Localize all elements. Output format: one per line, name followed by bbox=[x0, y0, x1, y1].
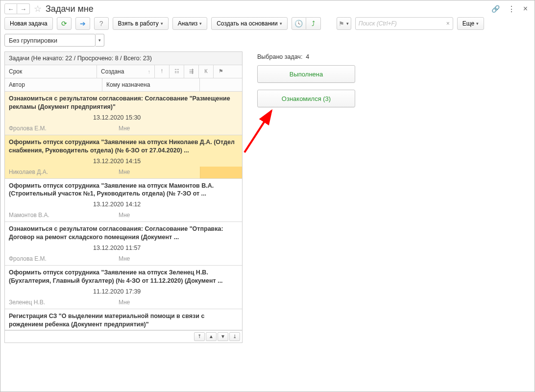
flag-icon: ⚑ bbox=[339, 20, 344, 27]
task-row[interactable]: Оформить отпуск сотрудника "Заявление на… bbox=[5, 135, 242, 179]
selection-info: Выбрано задач: 4 bbox=[257, 51, 365, 65]
col-k[interactable]: К bbox=[199, 65, 214, 78]
task-row[interactable]: Ознакомиться с результатом согласования:… bbox=[5, 92, 242, 135]
col-srok[interactable]: Срок bbox=[5, 65, 97, 78]
search-input-wrap[interactable]: × bbox=[355, 17, 453, 30]
task-marker bbox=[196, 125, 238, 132]
chevron-down-icon: ▾ bbox=[280, 21, 282, 26]
task-meta: Мамонтов В.А.Мне bbox=[5, 210, 242, 221]
task-author: Николаев Д.А. bbox=[9, 169, 119, 175]
col-author[interactable]: Автор bbox=[5, 78, 102, 91]
task-author: Фролова Е.М. bbox=[9, 255, 119, 262]
nav-first-button[interactable]: ⤒ bbox=[194, 332, 205, 341]
favorite-icon[interactable]: ☆ bbox=[34, 3, 42, 14]
nav-back-button[interactable]: ← bbox=[4, 3, 17, 14]
col-empty bbox=[200, 78, 242, 91]
task-title: Ознакомиться с результатом согласования:… bbox=[5, 222, 242, 243]
more-menu-icon[interactable]: ⋮ bbox=[508, 4, 515, 14]
task-row[interactable]: Ознакомиться с результатом согласования:… bbox=[5, 222, 242, 266]
col-assigned[interactable]: Кому назначена bbox=[102, 78, 200, 91]
chevron-down-icon: ▾ bbox=[199, 21, 202, 26]
task-meta: Фролова Е.М.Мне bbox=[5, 123, 242, 135]
create-based-button[interactable]: Создать на основании ▾ bbox=[211, 17, 288, 30]
analysis-button[interactable]: Анализ ▾ bbox=[172, 17, 208, 30]
task-date: 13.12.2020 14:12 bbox=[5, 199, 242, 210]
task-meta: Фролова Е.М.Мне bbox=[5, 253, 242, 265]
help-icon: ? bbox=[99, 20, 103, 27]
task-assigned-to: Мне bbox=[119, 169, 200, 175]
link-icon[interactable]: 🔗 bbox=[491, 5, 500, 13]
task-author: Зеленец Н.В. bbox=[9, 299, 119, 306]
nav-forward-button[interactable]: → bbox=[17, 3, 30, 14]
take-work-button[interactable]: Взять в работу ▾ bbox=[113, 17, 169, 30]
task-assigned-to: Мне bbox=[119, 212, 196, 219]
col-flag[interactable]: ⚑ bbox=[214, 65, 228, 78]
nav-down-button[interactable]: ▼ bbox=[218, 332, 228, 341]
task-date: 13.12.2020 14:15 bbox=[5, 156, 242, 167]
grouping-select[interactable]: Без группировки bbox=[4, 34, 96, 47]
forward-button[interactable]: ➔ bbox=[75, 17, 90, 30]
task-assigned-to: Мне bbox=[119, 125, 196, 132]
chevron-down-icon: ▾ bbox=[161, 21, 163, 26]
task-list: Задачи (Не начато: 22 / Просрочено: 8 / … bbox=[4, 51, 243, 343]
chevron-down-icon: ▾ bbox=[346, 21, 349, 26]
task-row[interactable]: Оформить отпуск сотрудника "Заявление на… bbox=[5, 179, 242, 222]
nav-up-button[interactable]: ▲ bbox=[206, 332, 217, 341]
list-nav-footer: ⤒ ▲ ▼ ⤓ bbox=[5, 330, 242, 343]
flag-filter-button[interactable]: ⚑ ▾ bbox=[337, 17, 351, 30]
close-icon[interactable]: × bbox=[523, 4, 528, 13]
task-assigned-to: Мне bbox=[119, 299, 196, 306]
task-assigned-to: Мне bbox=[119, 255, 196, 262]
task-author: Фролова Е.М. bbox=[9, 125, 119, 132]
export-button[interactable]: ⤴ bbox=[306, 17, 321, 30]
help-button[interactable]: ? bbox=[94, 17, 109, 30]
chevron-down-icon: ▾ bbox=[476, 21, 479, 26]
sort-asc-icon: ↑ bbox=[148, 69, 151, 74]
refresh-icon: ⟳ bbox=[61, 20, 67, 27]
task-title: Оформить отпуск сотрудника "Заявление на… bbox=[5, 135, 242, 156]
arrow-right-icon: ➔ bbox=[80, 20, 86, 27]
task-meta: Зеленец Н.В.Мне bbox=[5, 297, 242, 309]
col-group[interactable]: ☷ bbox=[170, 65, 184, 78]
grouping-dropdown-button[interactable]: ▾ bbox=[96, 34, 104, 47]
task-row[interactable]: Оформить отпуск сотрудника "Заявление на… bbox=[5, 266, 242, 309]
task-row[interactable]: Регистрация СЗ "О выделении материальной… bbox=[5, 309, 242, 330]
task-title: Регистрация СЗ "О выделении материальной… bbox=[5, 309, 242, 330]
columns-row-2: Автор Кому назначена bbox=[5, 78, 242, 92]
refresh-button[interactable]: ⟳ bbox=[57, 17, 72, 30]
task-title: Оформить отпуск сотрудника "Заявление на… bbox=[5, 179, 242, 199]
task-date: 11.12.2020 17:39 bbox=[5, 286, 242, 297]
clock-icon: 🕓 bbox=[294, 20, 303, 27]
page-title: Задачи мне bbox=[46, 4, 94, 14]
export-icon: ⤴ bbox=[312, 20, 315, 27]
history-button[interactable]: 🕓 bbox=[292, 17, 306, 30]
clear-search-icon[interactable]: × bbox=[446, 20, 450, 27]
task-date: 13.12.2020 15:30 bbox=[5, 112, 242, 123]
task-title: Оформить отпуск сотрудника "Заявление на… bbox=[5, 266, 242, 286]
task-marker bbox=[196, 255, 238, 262]
task-meta: Николаев Д.А.Мне bbox=[5, 167, 242, 178]
task-title: Ознакомиться с результатом согласования:… bbox=[5, 92, 242, 112]
search-input[interactable] bbox=[359, 20, 446, 27]
done-button[interactable]: Выполнена bbox=[257, 65, 355, 83]
new-task-button[interactable]: Новая задача bbox=[4, 17, 53, 30]
nav-last-button[interactable]: ⤓ bbox=[229, 332, 240, 341]
col-tree[interactable]: ⇶ bbox=[184, 65, 199, 78]
col-sozdana[interactable]: Создана ↑ bbox=[97, 65, 155, 78]
task-marker bbox=[196, 299, 238, 306]
task-author: Мамонтов В.А. bbox=[9, 212, 119, 219]
col-priority[interactable]: ! bbox=[155, 65, 170, 78]
task-date: 13.12.2020 11:57 bbox=[5, 243, 242, 253]
columns-row-1: Срок Создана ↑ ! ☷ ⇶ К ⚑ bbox=[5, 65, 242, 78]
task-marker bbox=[196, 212, 238, 219]
task-marker bbox=[200, 167, 242, 178]
acknowledge-button[interactable]: Ознакомился (3) bbox=[257, 90, 355, 107]
more-button[interactable]: Еще ▾ bbox=[457, 17, 484, 30]
list-summary: Задачи (Не начато: 22 / Просрочено: 8 / … bbox=[5, 52, 242, 65]
